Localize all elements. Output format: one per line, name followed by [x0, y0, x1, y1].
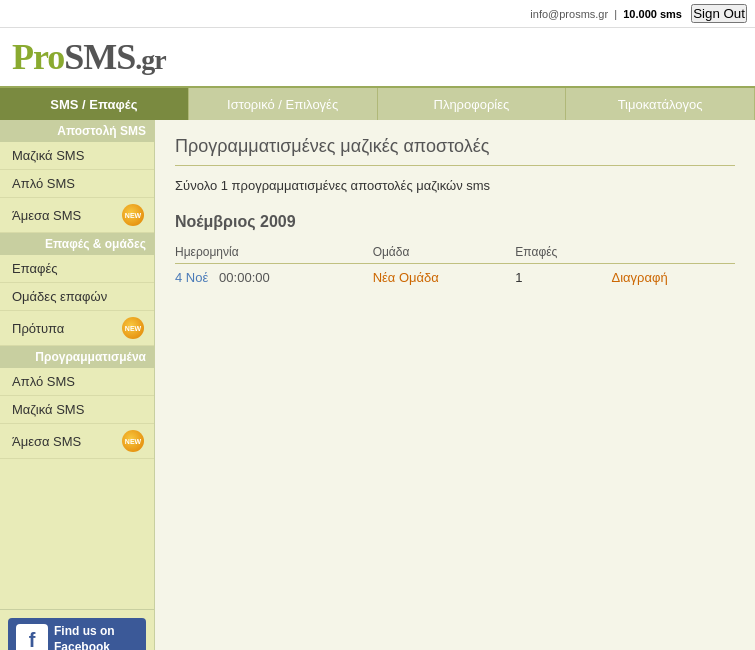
sidebar-section-send: Αποστολή SMS	[0, 120, 154, 142]
group-link[interactable]: Νέα Ομάδα	[373, 270, 439, 285]
sidebar-item-templates-label: Πρότυπα	[12, 321, 64, 336]
sidebar-item-scheduled-mazika[interactable]: Μαζικά SMS	[0, 396, 154, 424]
logo-gr: gr	[141, 44, 165, 75]
sidebar: Αποστολή SMS Μαζικά SMS Απλό SMS Άμεσα S…	[0, 120, 155, 650]
sidebar-item-mazika-sms[interactable]: Μαζικά SMS	[0, 142, 154, 170]
nav-item-prices[interactable]: Τιμοκατάλογος	[566, 88, 755, 120]
sidebar-item-aplo-sms[interactable]: Απλό SMS	[0, 170, 154, 198]
sidebar-item-scheduled-amesa-label: Άμεσα SMS	[12, 434, 81, 449]
sidebar-section-contacts: Επαφές & ομάδες	[0, 233, 154, 255]
col-header-group: Ομάδα	[373, 241, 516, 264]
email-text: info@prosms.gr	[530, 8, 608, 20]
main-content: Προγραμματισμένες μαζικές αποστολές Σύνο…	[155, 120, 755, 650]
month-header: Νοέμβριος 2009	[175, 213, 735, 231]
row-date: 4 Νοέ 00:00:00	[175, 264, 373, 292]
new-badge-templates: NEW	[122, 317, 144, 339]
new-badge-amesa: NEW	[122, 204, 144, 226]
signout-button[interactable]: Sign Out	[691, 4, 747, 23]
layout: Αποστολή SMS Μαζικά SMS Απλό SMS Άμεσα S…	[0, 120, 755, 650]
top-bar: info@prosms.gr | 10.000 sms Sign Out	[0, 0, 755, 28]
table-row: 4 Νοέ 00:00:00 Νέα Ομάδα 1 Διαγραφή	[175, 264, 735, 292]
sidebar-item-amesa-sms[interactable]: Άμεσα SMS NEW	[0, 198, 154, 233]
time-text: 00:00:00	[219, 270, 270, 285]
facebook-text: Find us on Facebook	[54, 624, 115, 650]
col-header-date: Ημερομηνία	[175, 241, 373, 264]
row-group: Νέα Ομάδα	[373, 264, 516, 292]
sidebar-section-scheduled: Προγραμματισμένα	[0, 346, 154, 368]
page-title: Προγραμματισμένες μαζικές αποστολές	[175, 136, 735, 166]
sidebar-item-scheduled-aplo[interactable]: Απλό SMS	[0, 368, 154, 396]
date-text: 4 Νοέ	[175, 270, 208, 285]
logo: ProSMS.gr	[12, 36, 743, 78]
sidebar-item-mazika-sms-label: Μαζικά SMS	[12, 148, 84, 163]
sidebar-item-scheduled-aplo-label: Απλό SMS	[12, 374, 75, 389]
sidebar-item-aplo-sms-label: Απλό SMS	[12, 176, 75, 191]
row-contacts: 1	[515, 264, 611, 292]
logo-sms: SMS	[64, 37, 135, 77]
nav: SMS / Επαφές Ιστορικό / Επιλογές Πληροφο…	[0, 88, 755, 120]
summary-text: Σύνολο 1 προγραμματισμένες αποστολές μαζ…	[175, 178, 735, 193]
new-badge-scheduled-amesa: NEW	[122, 430, 144, 452]
sidebar-item-scheduled-amesa[interactable]: Άμεσα SMS NEW	[0, 424, 154, 459]
col-header-action	[612, 241, 736, 264]
schedule-table: Ημερομηνία Ομάδα Επαφές 4 Νοέ 00:00:00 Ν…	[175, 241, 735, 291]
sidebar-item-groups-label: Ομάδες επαφών	[12, 289, 107, 304]
sidebar-item-templates[interactable]: Πρότυπα NEW	[0, 311, 154, 346]
delete-link[interactable]: Διαγραφή	[612, 270, 668, 285]
find-us-text: Find us on	[54, 624, 115, 638]
sidebar-item-scheduled-mazika-label: Μαζικά SMS	[12, 402, 84, 417]
facebook-icon: f	[16, 624, 48, 650]
facebook-label: Facebook	[54, 640, 110, 650]
col-header-contacts: Επαφές	[515, 241, 611, 264]
sidebar-item-amesa-sms-label: Άμεσα SMS	[12, 208, 81, 223]
nav-item-sms[interactable]: SMS / Επαφές	[0, 88, 189, 120]
logo-area: ProSMS.gr	[0, 28, 755, 88]
sidebar-item-groups[interactable]: Ομάδες επαφών	[0, 283, 154, 311]
row-action: Διαγραφή	[612, 264, 736, 292]
sidebar-item-contacts-label: Επαφές	[12, 261, 57, 276]
sms-count: 10.000 sms	[623, 8, 682, 20]
facebook-button[interactable]: f Find us on Facebook	[8, 618, 146, 650]
facebook-area: f Find us on Facebook	[0, 609, 154, 650]
sidebar-item-contacts[interactable]: Επαφές	[0, 255, 154, 283]
logo-pro: Pro	[12, 37, 64, 77]
nav-item-history[interactable]: Ιστορικό / Επιλογές	[189, 88, 378, 120]
nav-item-info[interactable]: Πληροφορίες	[378, 88, 567, 120]
